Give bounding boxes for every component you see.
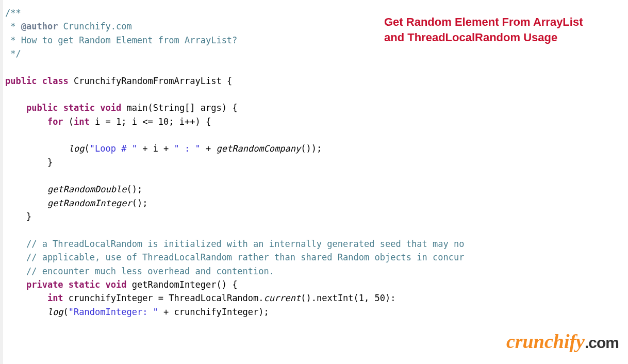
kw-static: static bbox=[69, 279, 100, 290]
call-current: current bbox=[264, 293, 301, 303]
stmt-end: (); bbox=[126, 184, 142, 194]
stmt-end: (); bbox=[132, 198, 148, 208]
paren: ( bbox=[63, 117, 74, 127]
call-getRandomCompany: getRandomCompany bbox=[216, 143, 301, 154]
pad bbox=[5, 198, 47, 208]
javadoc-author-val: Crunchify.com bbox=[58, 21, 131, 31]
stmt-end: () { bbox=[217, 279, 238, 290]
call-getRandomDouble: getRandomDouble bbox=[47, 184, 127, 194]
kw-int: int bbox=[47, 293, 63, 303]
stmt-end: + crunchifyInteger); bbox=[158, 307, 269, 317]
javadoc-author-pre: * bbox=[5, 21, 21, 31]
method-main: main bbox=[127, 103, 148, 113]
brace-close: } bbox=[5, 211, 31, 222]
comment-line: // applicable, use of ThreadLocalRandom … bbox=[5, 252, 464, 262]
javadoc-open: /** bbox=[5, 8, 21, 18]
kw-void: void bbox=[100, 103, 121, 113]
kw-static: static bbox=[63, 103, 95, 113]
call-log: log bbox=[47, 307, 63, 317]
call-log: log bbox=[69, 143, 85, 154]
paren: ( bbox=[147, 103, 153, 113]
expr: ().nextInt(1, 50): bbox=[301, 293, 395, 303]
paren: ( bbox=[85, 143, 90, 154]
pad bbox=[5, 307, 47, 317]
watermark-tld: .com bbox=[585, 334, 619, 351]
args: String[] args bbox=[153, 103, 222, 113]
callout-line1: Get Random Element From ArrayList bbox=[384, 14, 583, 30]
concat: + i + bbox=[137, 143, 174, 154]
comment-line: // a ThreadLocalRandom is initialized wi… bbox=[5, 239, 464, 249]
callout-line2: and ThreadLocalRandom Usage bbox=[384, 30, 583, 45]
watermark-brand: crunchify bbox=[506, 330, 585, 352]
method-getRandomInteger: getRandomInteger bbox=[132, 279, 217, 290]
paren: ( bbox=[63, 307, 69, 317]
editor-gutter bbox=[0, 0, 3, 364]
pad bbox=[5, 143, 69, 154]
for-rest: i = 1; i <= 10; i++) { bbox=[90, 117, 211, 127]
kw-int: int bbox=[74, 117, 90, 127]
kw-void: void bbox=[106, 279, 127, 290]
javadoc-line: * How to get Random Element from ArrayLi… bbox=[5, 35, 237, 45]
kw-public: public bbox=[5, 76, 37, 86]
pad bbox=[5, 184, 47, 194]
brace-close: } bbox=[5, 157, 53, 168]
pad bbox=[5, 293, 47, 303]
kw-public: public bbox=[26, 103, 58, 113]
string-literal: " : " bbox=[174, 143, 201, 154]
javadoc-close: */ bbox=[5, 48, 21, 59]
callout-title: Get Random Element From ArrayList and Th… bbox=[384, 14, 583, 45]
kw-class: class bbox=[42, 76, 69, 86]
javadoc-tag-author: @author bbox=[21, 21, 58, 31]
comment-line: // encounter much less overhead and cont… bbox=[5, 266, 274, 276]
screenshot-root: Get Random Element From ArrayList and Th… bbox=[0, 0, 628, 364]
brace: { bbox=[222, 76, 232, 86]
class-name: CrunchifyRandomFromArrayList bbox=[74, 76, 222, 86]
string-literal: "RandomInteger: " bbox=[69, 307, 158, 317]
watermark-logo: crunchify.com bbox=[506, 326, 619, 357]
kw-private: private bbox=[26, 279, 63, 290]
paren: ) { bbox=[222, 103, 238, 113]
expr: crunchifyInteger = ThreadLocalRandom. bbox=[63, 293, 264, 303]
string-literal: "Loop # " bbox=[90, 143, 137, 154]
concat: + bbox=[201, 143, 217, 154]
code-block: /** * @author Crunchify.com * How to get… bbox=[0, 0, 628, 319]
stmt-end: ()); bbox=[301, 143, 322, 154]
call-getRandomInteger: getRandomInteger bbox=[47, 198, 132, 208]
kw-for: for bbox=[47, 117, 63, 127]
